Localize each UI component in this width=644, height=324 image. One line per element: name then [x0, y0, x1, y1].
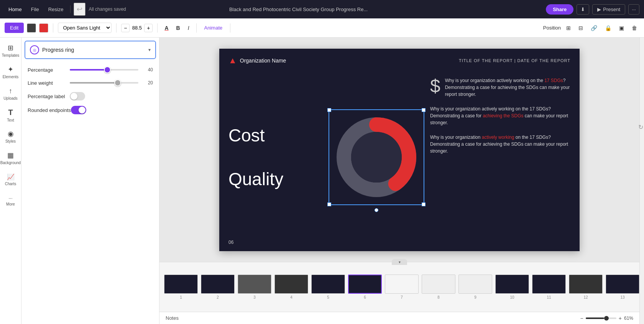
filmstrip-thumb-5[interactable]: 5 [311, 275, 345, 299]
toolbar-sep-1 [53, 23, 53, 33]
file-nav-btn[interactable]: File [27, 5, 43, 14]
right-scrollbar[interactable]: ↻ [639, 38, 644, 324]
more-icon: ··· [8, 196, 12, 201]
font-family-selector[interactable]: Open Sans Light [58, 23, 112, 33]
toolbar-sep-5 [230, 23, 230, 33]
italic-btn[interactable]: I [186, 23, 192, 33]
resize-nav-btn[interactable]: Resize [44, 5, 67, 14]
text-icon: T [8, 108, 13, 117]
canvas-wrapper[interactable]: ▲ Organization Name TITLE OF THE REPORT … [159, 38, 639, 262]
panel-header[interactable]: ◎ Progress ring ▾ [25, 41, 156, 59]
filmstrip-thumb-1[interactable]: 1 [164, 275, 198, 299]
filmstrip-collapse-btn[interactable]: ▾ [392, 259, 407, 265]
filmstrip-thumb-3[interactable]: 3 [238, 275, 271, 299]
lock-btn[interactable]: 🔒 [603, 23, 614, 33]
delete-btn[interactable]: 🗑 [629, 23, 639, 33]
filmstrip-thumb-7[interactable]: 7 [385, 275, 419, 299]
sidebar-item-uploads[interactable]: ↑ Uploads [2, 84, 19, 104]
accent-actively: actively working [482, 135, 514, 140]
toolbar-sep-3 [157, 23, 158, 33]
slide-body: Cost Quality [219, 66, 580, 245]
charts-label: Charts [5, 182, 16, 186]
thumb-img-10 [495, 275, 529, 294]
font-size-decrease-btn[interactable]: − [121, 24, 130, 32]
sidebar-item-more[interactable]: ··· More [2, 191, 19, 211]
bold-btn[interactable]: B [174, 23, 182, 33]
animate-button[interactable]: Animate [201, 23, 226, 32]
handle-bottom-left[interactable] [327, 202, 331, 206]
distribute-btn[interactable]: ⊟ [576, 23, 585, 33]
percentage-label-toggle[interactable] [70, 92, 85, 100]
present-button[interactable]: ▶ Present [592, 4, 625, 15]
download-button[interactable]: ⬇ [577, 4, 589, 15]
percentage-slider-track [70, 69, 138, 71]
logo-area: ▲ Organization Name [228, 56, 286, 66]
color-swatch-dark[interactable] [27, 23, 36, 33]
font-color-btn[interactable]: A [162, 23, 171, 33]
notes-label[interactable]: Notes [166, 315, 179, 321]
link-btn[interactable]: 🔗 [588, 23, 600, 33]
handle-bottom-right[interactable] [422, 202, 426, 206]
zoom-fill [586, 317, 604, 319]
scroll-indicator: ↻ [638, 123, 643, 131]
saved-status: All changes saved [89, 7, 126, 12]
quality-text[interactable]: Quality [228, 169, 317, 189]
panel-collapse-arrow[interactable]: ▾ [148, 47, 151, 53]
line-weight-thumb[interactable] [114, 79, 121, 86]
svg-point-2 [351, 132, 402, 183]
thumb-img-13 [606, 275, 639, 294]
undo-btn[interactable]: ↩ [74, 3, 85, 16]
accent-sdg-1: 17 SDGs [544, 78, 563, 83]
zoom-thumb[interactable] [604, 316, 609, 321]
sidebar-item-text[interactable]: T Text [2, 105, 19, 125]
sidebar-item-elements[interactable]: ✦ Elements [2, 62, 19, 82]
filmstrip-thumb-6[interactable]: 6 [348, 275, 382, 299]
thumb-img-12 [569, 275, 603, 294]
filmstrip-thumb-11[interactable]: 11 [532, 275, 566, 299]
position-button[interactable]: Position [543, 25, 561, 31]
filmstrip-thumb-4[interactable]: 4 [274, 275, 308, 299]
left-sidebar: ⊞ Templates ✦ Elements ↑ Uploads T Text … [0, 38, 21, 324]
color-swatch-red[interactable] [39, 23, 48, 33]
thumb-img-11 [532, 275, 566, 294]
filmstrip-thumb-12[interactable]: 12 [569, 275, 603, 299]
handle-top-left[interactable] [327, 108, 331, 112]
handle-rotate[interactable] [375, 208, 378, 212]
align-btn[interactable]: ⊞ [564, 23, 573, 33]
thumb-num-3: 3 [253, 295, 256, 299]
percentage-slider-thumb[interactable] [104, 66, 111, 73]
cost-text[interactable]: Cost [228, 125, 317, 146]
nav-separator [70, 5, 71, 13]
progress-ring-element[interactable] [329, 109, 424, 205]
line-weight-row: Line weight 20 [28, 79, 153, 87]
rounded-endpoints-toggle[interactable] [71, 106, 86, 114]
zoom-in-btn[interactable]: + [619, 315, 622, 321]
sidebar-item-templates[interactable]: ⊞ Templates [2, 41, 19, 61]
filmstrip-thumb-2[interactable]: 2 [201, 275, 235, 299]
rounded-endpoints-row: Rounded endpoints [28, 106, 153, 114]
handle-top-right[interactable] [422, 108, 426, 112]
font-size-increase-btn[interactable]: + [144, 24, 153, 32]
filmstrip-thumb-10[interactable]: 10 [495, 275, 529, 299]
thumb-img-4 [274, 275, 308, 294]
percentage-label-row: Percentage label [28, 92, 153, 100]
filmstrip-thumb-8[interactable]: 8 [422, 275, 455, 299]
sidebar-item-background[interactable]: ▦ Background [2, 148, 19, 168]
zoom-out-btn[interactable]: − [580, 315, 583, 321]
home-nav-btn[interactable]: Home [5, 5, 26, 14]
share-button[interactable]: Share [546, 4, 573, 15]
edit-button[interactable]: Edit [5, 23, 24, 33]
slide-canvas[interactable]: ▲ Organization Name TITLE OF THE REPORT … [219, 49, 580, 251]
more-options-button[interactable]: ··· [628, 4, 639, 15]
thumb-num-12: 12 [583, 295, 588, 299]
group-btn[interactable]: ▣ [617, 23, 626, 33]
background-label: Background [0, 161, 21, 165]
sidebar-item-charts[interactable]: 📈 Charts [2, 169, 19, 189]
styles-icon: ◉ [8, 130, 14, 138]
zoom-slider[interactable] [586, 317, 616, 319]
percentage-slider-fill [70, 69, 107, 71]
uploads-icon: ↑ [9, 87, 12, 95]
filmstrip-thumb-9[interactable]: 9 [458, 275, 492, 299]
sidebar-item-styles[interactable]: ◉ Styles [2, 127, 19, 146]
filmstrip-thumb-13[interactable]: 13 [606, 275, 639, 299]
